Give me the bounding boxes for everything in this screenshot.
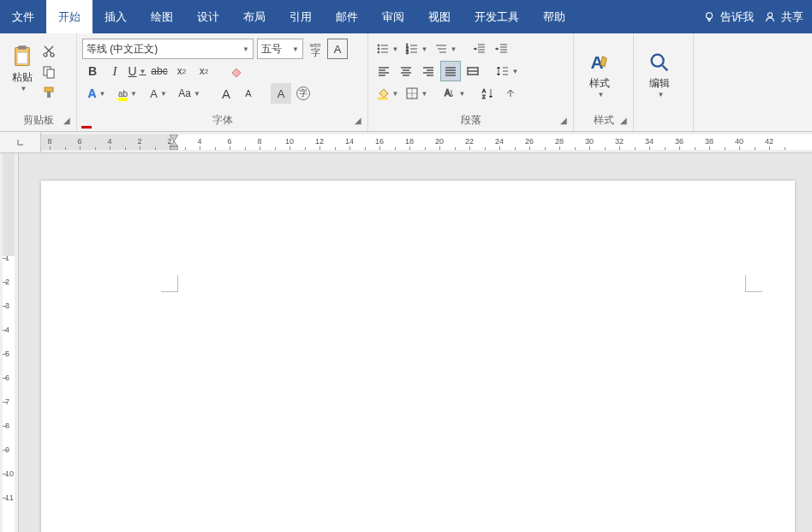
show-marks-button[interactable] <box>500 83 521 104</box>
ruler-h-num: 14 <box>345 137 354 146</box>
chevron-down-icon: ▼ <box>512 68 519 75</box>
subscript-button[interactable]: x2 <box>171 61 192 81</box>
tab-insert[interactable]: 插入 <box>93 0 139 33</box>
share-label: 共享 <box>781 9 803 25</box>
paste-button[interactable]: 粘贴 ▼ <box>5 39 39 99</box>
svg-rect-10 <box>47 92 51 98</box>
italic-button[interactable]: I <box>104 61 125 81</box>
styles-button[interactable]: A 样式 ▼ <box>579 39 620 111</box>
align-center-button[interactable] <box>396 61 416 81</box>
tab-references[interactable]: 引用 <box>278 0 324 33</box>
ruler-h-num: 32 <box>615 137 624 146</box>
indent-icon <box>495 42 509 56</box>
tab-file[interactable]: 文件 <box>0 0 46 33</box>
bullets-button[interactable]: ▼ <box>373 39 401 59</box>
share-button[interactable]: 共享 <box>764 9 803 25</box>
font-size-combo[interactable]: 五号▼ <box>257 39 303 59</box>
sort-button[interactable]: AZ <box>478 83 499 104</box>
clipboard-dialog-launcher[interactable]: ◢ <box>62 117 72 127</box>
document-canvas[interactable] <box>19 153 812 532</box>
font-color-button[interactable]: A▼ <box>144 83 173 104</box>
svg-rect-8 <box>47 69 54 78</box>
margin-corner-tl <box>161 275 178 292</box>
editing-label: 编辑 <box>649 76 670 91</box>
char-border-button[interactable]: A <box>327 39 348 59</box>
tab-draw[interactable]: 绘图 <box>139 0 185 33</box>
svg-point-12 <box>378 48 379 50</box>
align-justify-button[interactable] <box>440 61 461 81</box>
tab-help[interactable]: 帮助 <box>531 0 577 33</box>
svg-point-11 <box>378 45 379 46</box>
align-left-button[interactable] <box>373 61 394 81</box>
ruler-h-num: 6 <box>77 137 81 146</box>
chevron-down-icon: ▼ <box>130 90 137 98</box>
editing-button[interactable]: 编辑 ▼ <box>639 39 680 111</box>
vertical-ruler[interactable]: 43211234567891011 <box>0 153 19 532</box>
chevron-down-icon: ▼ <box>392 90 399 98</box>
tab-review[interactable]: 审阅 <box>370 0 416 33</box>
increase-indent-button[interactable] <box>492 39 512 59</box>
tab-view[interactable]: 视图 <box>416 0 463 33</box>
highlight-button[interactable]: ab▼ <box>113 83 142 104</box>
svg-rect-9 <box>45 87 53 92</box>
tab-design[interactable]: 设计 <box>185 0 231 33</box>
styles-icon: A <box>588 51 612 75</box>
bold-button[interactable]: B <box>82 61 103 81</box>
tab-developer[interactable]: 开发工具 <box>463 0 531 33</box>
enclose-char-button[interactable]: 字 <box>293 83 313 104</box>
phonetic-guide-button[interactable]: wén字 <box>305 39 325 59</box>
paragraph-dialog-launcher[interactable]: ◢ <box>558 117 569 127</box>
clear-formatting-button[interactable] <box>226 61 247 81</box>
ruler-h-num: 38 <box>705 137 713 146</box>
tab-selector[interactable] <box>0 132 41 152</box>
chevron-down-icon: ▼ <box>194 90 200 98</box>
cut-button[interactable] <box>39 42 58 61</box>
ruler-h-num: 30 <box>585 137 594 146</box>
page[interactable] <box>41 181 795 532</box>
format-painter-button[interactable] <box>39 83 58 102</box>
person-icon <box>764 11 776 23</box>
ruler-h-num: 2 <box>137 137 141 146</box>
svg-text:3: 3 <box>406 50 409 55</box>
align-right-button[interactable] <box>418 61 439 81</box>
font-dialog-launcher[interactable]: ◢ <box>353 117 363 127</box>
shrink-font-button[interactable]: A <box>238 83 259 104</box>
chevron-down-icon: ▼ <box>292 45 299 53</box>
tab-layout[interactable]: 布局 <box>231 0 278 33</box>
chevron-down-icon: ▼ <box>421 45 428 53</box>
text-effects-button[interactable]: A▼ <box>82 83 111 104</box>
tab-home[interactable]: 开始 <box>46 0 93 33</box>
tab-mail[interactable]: 邮件 <box>324 0 370 33</box>
tell-me-label: 告诉我 <box>720 9 754 25</box>
sort-icon: AZ <box>481 87 495 100</box>
numbering-icon: 123 <box>405 42 419 56</box>
ruler-v-num: 11 <box>5 493 14 502</box>
horizontal-ruler[interactable]: 8642246810121416182022242628303234363840… <box>41 134 812 150</box>
underline-button[interactable]: U▼ <box>127 61 147 81</box>
char-shading-button[interactable]: A <box>271 83 291 104</box>
superscript-button[interactable]: x2 <box>194 61 214 81</box>
tell-me-search[interactable]: 告诉我 <box>703 9 754 25</box>
grow-font-button[interactable]: A <box>216 83 236 104</box>
asian-layout-button[interactable]: A▼ <box>440 83 468 104</box>
copy-button[interactable] <box>39 63 58 81</box>
multilevel-list-button[interactable]: ▼ <box>432 39 459 59</box>
svg-point-0 <box>707 12 713 18</box>
ruler-v-num: 5 <box>5 350 9 358</box>
distributed-button[interactable] <box>463 61 483 81</box>
pilcrow-icon <box>504 87 517 100</box>
paint-bucket-icon <box>376 87 390 100</box>
chevron-down-icon: ▼ <box>21 85 27 93</box>
chevron-down-icon: ▼ <box>658 91 665 99</box>
borders-button[interactable]: ▼ <box>403 83 430 104</box>
change-case-button[interactable]: Aa▼ <box>175 83 204 104</box>
decrease-indent-button[interactable] <box>469 39 490 59</box>
numbering-button[interactable]: 123▼ <box>403 39 430 59</box>
line-spacing-button[interactable]: ▼ <box>493 61 521 81</box>
styles-dialog-launcher[interactable]: ◢ <box>618 117 629 127</box>
font-name-combo[interactable]: 等线 (中文正文)▼ <box>82 39 254 59</box>
shading-button[interactable]: ▼ <box>373 83 401 104</box>
chevron-down-icon: ▼ <box>598 91 605 99</box>
ruler-h-num: 26 <box>525 137 534 146</box>
strikethrough-button[interactable]: abc <box>149 61 170 81</box>
